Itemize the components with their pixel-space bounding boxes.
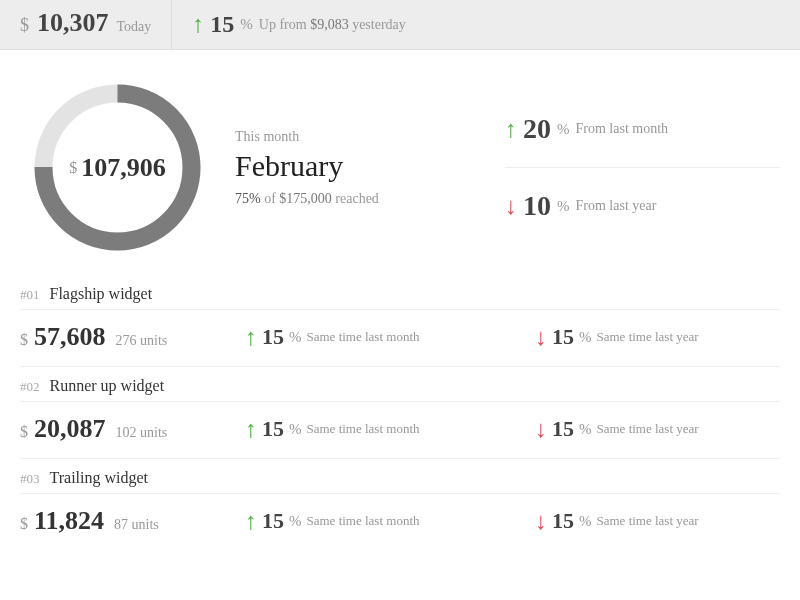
month-label: This month xyxy=(235,129,475,145)
month-amount: 107,906 xyxy=(81,153,166,183)
product-name: Flagship widget xyxy=(50,285,153,303)
stat-vs-last-year: ↓ 10 % From last year xyxy=(505,167,780,244)
product-yearly-change: ↓15%Same time last year xyxy=(535,508,780,535)
product-monthly-change: ↑15%Same time last month xyxy=(245,416,535,443)
product-row: $11,82487 units↑15%Same time last month↓… xyxy=(20,494,780,550)
product-monthly-change: ↑15%Same time last month xyxy=(245,508,535,535)
product-units: 87 units xyxy=(114,517,159,533)
arrow-down-icon: ↓ xyxy=(535,324,547,351)
product-revenue: $20,087102 units xyxy=(20,414,245,444)
arrow-down-icon: ↓ xyxy=(535,508,547,535)
product-head: #02Runner up widget xyxy=(20,377,780,402)
product-list: #01Flagship widget$57,608276 units↑15%Sa… xyxy=(0,275,800,550)
dollar-sign: $ xyxy=(69,159,77,177)
month-name: February xyxy=(235,149,475,183)
arrow-up-icon: ↑ xyxy=(245,324,257,351)
today-label: Today xyxy=(117,1,152,35)
product-row: $20,087102 units↑15%Same time last month… xyxy=(20,402,780,458)
product-revenue: $57,608276 units xyxy=(20,322,245,352)
arrow-down-icon: ↓ xyxy=(505,193,517,220)
arrow-up-icon: ↑ xyxy=(245,508,257,535)
arrow-up-icon: ↑ xyxy=(505,116,517,143)
product-name: Trailing widget xyxy=(50,469,149,487)
today-change-pct: 15 xyxy=(210,11,234,38)
month-goal: 75% of $175,000 reached xyxy=(235,191,475,207)
product-yearly-change: ↓15%Same time last year xyxy=(535,416,780,443)
arrow-up-icon: ↑ xyxy=(192,11,204,38)
product-head: #03Trailing widget xyxy=(20,469,780,494)
donut-center: $ 107,906 xyxy=(30,80,205,255)
product-amount: 57,608 xyxy=(34,322,106,352)
product-rank: #02 xyxy=(20,379,40,395)
product-item: #01Flagship widget$57,608276 units↑15%Sa… xyxy=(20,275,780,366)
stat-vs-last-month: ↑ 20 % From last month xyxy=(505,91,780,167)
product-units: 102 units xyxy=(116,425,168,441)
product-amount: 11,824 xyxy=(34,506,104,536)
arrow-up-icon: ↑ xyxy=(245,416,257,443)
percent-sign: % xyxy=(240,16,253,33)
month-info: This month February 75% of $175,000 reac… xyxy=(235,129,475,207)
product-head: #01Flagship widget xyxy=(20,285,780,310)
today-change: ↑ 15 % Up from $9,083 yesterday xyxy=(172,11,425,38)
product-rank: #01 xyxy=(20,287,40,303)
product-item: #02Runner up widget$20,087102 units↑15%S… xyxy=(20,366,780,458)
arrow-down-icon: ↓ xyxy=(535,416,547,443)
today-summary: $ 10,307 Today xyxy=(0,0,172,49)
product-item: #03Trailing widget$11,82487 units↑15%Sam… xyxy=(20,458,780,550)
product-units: 276 units xyxy=(116,333,168,349)
today-change-desc: Up from $9,083 yesterday xyxy=(259,17,406,33)
dollar-sign: $ xyxy=(20,3,29,36)
product-amount: 20,087 xyxy=(34,414,106,444)
product-revenue: $11,82487 units xyxy=(20,506,245,536)
product-monthly-change: ↑15%Same time last month xyxy=(245,324,535,351)
dollar-sign: $ xyxy=(20,331,28,349)
dollar-sign: $ xyxy=(20,423,28,441)
today-amount: 10,307 xyxy=(37,0,109,38)
product-yearly-change: ↓15%Same time last year xyxy=(535,324,780,351)
month-hero: $ 107,906 This month February 75% of $17… xyxy=(0,50,800,275)
product-rank: #03 xyxy=(20,471,40,487)
goal-donut: $ 107,906 xyxy=(30,80,205,255)
product-row: $57,608276 units↑15%Same time last month… xyxy=(20,310,780,366)
product-name: Runner up widget xyxy=(50,377,165,395)
dollar-sign: $ xyxy=(20,515,28,533)
month-stats: ↑ 20 % From last month ↓ 10 % From last … xyxy=(505,91,780,244)
topbar: $ 10,307 Today ↑ 15 % Up from $9,083 yes… xyxy=(0,0,800,50)
